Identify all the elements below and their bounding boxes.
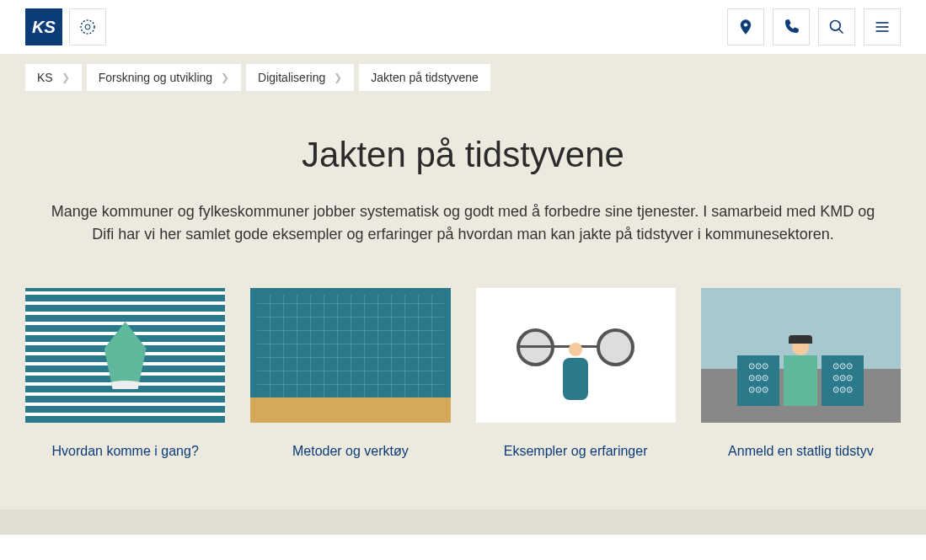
breadcrumb-label: Digitalisering — [258, 71, 325, 84]
breadcrumb-label: Jakten på tidstyvene — [371, 71, 479, 84]
card-methods-tools[interactable]: Metoder og verktøy — [250, 288, 450, 459]
breadcrumb-item-ks[interactable]: KS❯ — [25, 64, 82, 91]
logo-ks[interactable]: KS — [25, 8, 62, 45]
card-label: Eksempler og erfaringer — [476, 444, 676, 459]
card-image-tools — [250, 288, 450, 423]
card-examples[interactable]: Eksempler og erfaringer — [476, 288, 676, 459]
logo-secondary[interactable] — [69, 8, 106, 45]
breadcrumb-item-digitalisering[interactable]: Digitalisering❯ — [246, 64, 354, 91]
card-report-thief[interactable]: Anmeld en statlig tidstyv — [701, 288, 901, 459]
logo-area: KS — [25, 8, 106, 45]
card-label: Metoder og verktøy — [250, 444, 450, 459]
footer-bar — [0, 509, 926, 535]
site-header: KS — [0, 0, 926, 54]
breadcrumb-item-forskning[interactable]: Forskning og utvikling❯ — [87, 64, 241, 91]
sun-circle-icon — [78, 17, 98, 37]
card-image-thief — [701, 288, 901, 423]
phone-button[interactable] — [773, 8, 810, 45]
location-button[interactable] — [727, 8, 764, 45]
hamburger-icon — [874, 19, 891, 35]
card-grid: Hvordan komme i gang? Metoder og verktøy… — [25, 288, 901, 459]
card-image-maze-rocket — [25, 288, 225, 423]
phone-icon — [783, 19, 800, 35]
card-label: Hvordan komme i gang? — [25, 444, 225, 459]
svg-line-3 — [839, 29, 843, 34]
rocket-icon — [104, 322, 147, 389]
page-intro: Mange kommuner og fylkeskommuner jobber … — [51, 200, 876, 246]
search-icon — [828, 19, 845, 35]
breadcrumb-item-current: Jakten på tidstyvene — [359, 64, 490, 91]
menu-button[interactable] — [864, 8, 901, 45]
main-content: Jakten på tidstyvene Mange kommuner og f… — [0, 101, 926, 509]
header-actions — [727, 8, 901, 45]
card-image-strongman — [476, 288, 676, 423]
location-pin-icon — [737, 19, 754, 35]
chevron-right-icon: ❯ — [221, 72, 229, 83]
chevron-right-icon: ❯ — [62, 72, 70, 83]
breadcrumb-bar: KS❯ Forskning og utvikling❯ Digitaliseri… — [0, 54, 926, 101]
svg-point-1 — [85, 24, 90, 29]
chevron-right-icon: ❯ — [334, 72, 342, 83]
page-title: Jakten på tidstyvene — [25, 135, 901, 175]
breadcrumb: KS❯ Forskning og utvikling❯ Digitaliseri… — [25, 64, 901, 91]
thief-icon — [775, 339, 826, 423]
card-label: Anmeld en statlig tidstyv — [701, 444, 901, 459]
breadcrumb-label: Forskning og utvikling — [99, 71, 212, 84]
svg-point-0 — [81, 20, 94, 34]
breadcrumb-label: KS — [37, 71, 53, 84]
svg-point-2 — [831, 21, 841, 31]
card-get-started[interactable]: Hvordan komme i gang? — [25, 288, 225, 459]
barbell-icon — [563, 312, 588, 400]
search-button[interactable] — [818, 8, 855, 45]
